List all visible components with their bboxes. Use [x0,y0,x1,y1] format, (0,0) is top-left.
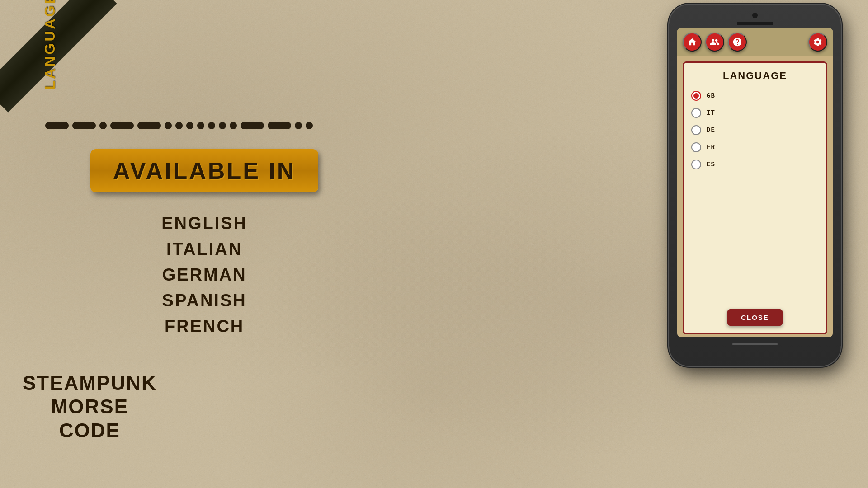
people-button[interactable] [705,33,724,52]
settings-button[interactable] [808,33,827,52]
morse-dash [45,122,69,129]
list-item: GERMAN [90,262,318,288]
morse-dot [99,122,107,129]
phone-speaker [737,22,773,25]
phone-camera [752,13,758,18]
close-button[interactable]: CLOSE [727,309,783,326]
list-item: ENGLISH [90,211,318,236]
phone-body: LANGUAGE GB IT DE [669,5,841,366]
morse-dot [186,122,193,129]
radio-label-de: DE [707,127,715,134]
morse-code-row [45,122,425,129]
help-button[interactable] [728,33,747,52]
radio-gb-fill [693,93,699,99]
corner-banner: LANGUAGE [0,0,127,127]
people-icon [710,37,720,47]
phone-container: LANGUAGE GB IT DE [669,5,841,366]
radio-label-it: IT [707,109,715,117]
radio-it [691,108,701,118]
list-item: FRENCH [90,314,318,339]
language-panel: LANGUAGE GB IT DE [683,61,827,334]
panel-spacer [691,177,819,309]
morse-dash [110,122,134,129]
radio-label-gb: GB [707,92,715,99]
app-title-line1: STEAMPUNK [23,371,157,395]
phone-screen: LANGUAGE GB IT DE [677,28,833,337]
morse-dot [165,122,172,129]
morse-dash [241,122,264,129]
morse-dot [208,122,215,129]
morse-dot [306,122,313,129]
language-list: ENGLISH ITALIAN GERMAN SPANISH FRENCH [90,211,318,339]
radio-option-it[interactable]: IT [691,108,819,118]
morse-dot [175,122,183,129]
morse-dot [197,122,204,129]
radio-option-fr[interactable]: FR [691,142,819,152]
available-text: AVAILABLE IN [113,158,296,184]
home-button[interactable] [683,33,702,52]
morse-dash [268,122,291,129]
main-content: AVAILABLE IN ENGLISH ITALIAN GERMAN SPAN… [90,149,318,339]
radio-label-es: ES [707,161,715,168]
radio-option-de[interactable]: DE [691,125,819,135]
list-item: SPANISH [90,288,318,314]
help-icon [732,37,742,47]
radio-es [691,160,701,169]
settings-icon [813,37,823,47]
app-title-line2: MORSE [23,395,157,419]
phone-topbar [677,28,833,56]
list-item: ITALIAN [90,236,318,262]
morse-dash [137,122,161,129]
radio-fr [691,142,701,152]
home-icon [687,37,697,47]
morse-dot [219,122,226,129]
radio-de [691,125,701,135]
morse-dot [295,122,302,129]
phone-bottom [677,337,833,351]
morse-dot [230,122,237,129]
app-title: STEAMPUNK MORSE CODE [23,371,157,443]
morse-dash [72,122,96,129]
radio-option-es[interactable]: ES [691,160,819,169]
available-banner: AVAILABLE IN [90,149,318,192]
banner-text: LANGUAGE [41,0,58,89]
phone-icons-left [683,33,747,52]
radio-gb [691,91,701,101]
radio-label-fr: FR [707,144,715,151]
radio-option-gb[interactable]: GB [691,91,819,101]
app-title-line3: CODE [23,419,157,443]
panel-title: LANGUAGE [691,70,819,82]
phone-home-bar [732,343,778,345]
